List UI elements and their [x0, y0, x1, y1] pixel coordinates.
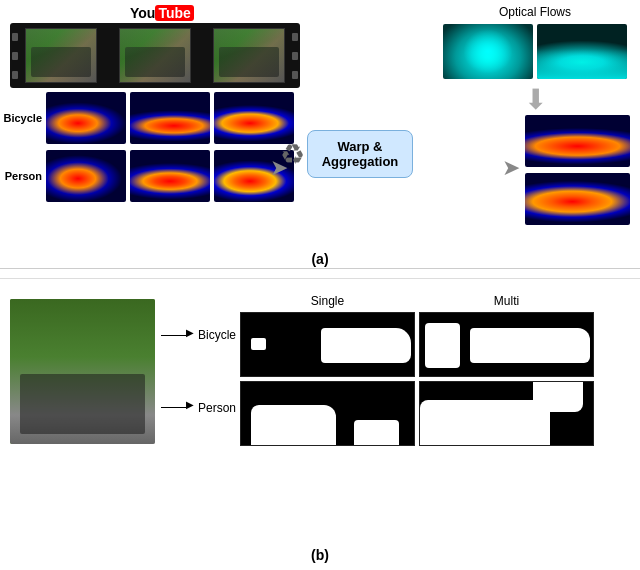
youtube-you: You: [130, 5, 155, 21]
main-container: YouTube Bicycle: [0, 0, 640, 570]
category-arrows: [158, 299, 188, 444]
bicycle-single-mask: [240, 312, 415, 377]
bicycle-label: Bicycle: [0, 112, 42, 124]
person-multi-mask: [419, 381, 594, 446]
bicycle-arrow-icon: [161, 335, 186, 336]
film-frame-3: [213, 28, 285, 83]
bicycle-heatmap-row: Bicycle: [0, 92, 310, 144]
section-a-label: (a): [311, 251, 328, 267]
optical-flows-title: Optical Flows: [435, 5, 635, 19]
film-frame-2: [119, 28, 191, 83]
mask-grid: Single Multi: [240, 294, 635, 446]
film-hole: [292, 71, 298, 79]
optical-flow-1: [443, 24, 533, 79]
person-single-mask: [240, 381, 415, 446]
optical-flow-2: [537, 24, 627, 79]
youtube-logo: YouTube: [130, 5, 194, 21]
heatmap-person-1: [46, 150, 126, 202]
person-arrow-icon: [161, 407, 186, 408]
film-hole: [292, 52, 298, 60]
film-holes-left: [12, 23, 18, 88]
mask-col-headers: Single Multi: [240, 294, 635, 308]
b-bicycle-label: Bicycle: [186, 328, 236, 342]
section-b-inner: Bicycle Person Single Multi: [0, 279, 640, 568]
arrow-down-icon: ⬇: [435, 83, 635, 116]
film-hole: [12, 33, 18, 41]
b-person-label: Person: [186, 401, 236, 415]
optical-flows-images: [435, 24, 635, 79]
heatmap-bicycle-2: [130, 92, 210, 144]
output-heatmaps: [525, 115, 635, 231]
cyclists-1: [31, 47, 91, 77]
film-hole: [12, 52, 18, 60]
arrow-from-warp-icon: ➤: [502, 155, 520, 181]
output-heatmap-person: [525, 173, 630, 225]
person-mask-row: [240, 381, 635, 446]
optical-flows-section: Optical Flows ⬇: [435, 5, 635, 116]
category-labels: Bicycle Person: [186, 299, 236, 444]
section-b: Bicycle Person Single Multi: [0, 278, 640, 568]
person-heatmap-row: Person: [0, 150, 310, 202]
main-cycling-photo: [10, 299, 155, 444]
cyclists-2: [125, 47, 185, 77]
recycle-icon: ♻: [280, 138, 305, 171]
youtube-tube: Tube: [155, 5, 193, 21]
heatmap-bicycle-3: [214, 92, 294, 144]
film-holes-right: [292, 23, 298, 88]
bicycle-mask-row: [240, 312, 635, 377]
section-a: YouTube Bicycle: [0, 0, 640, 270]
multi-col-label: Multi: [419, 294, 594, 308]
warp-aggregation-box: Warp & Aggregation: [307, 130, 414, 178]
youtube-strip: YouTube: [10, 5, 300, 85]
film-frame-1: [25, 28, 97, 83]
main-photo-inner: [10, 299, 155, 444]
cyclists-3: [219, 47, 279, 77]
heatmap-person-2: [130, 150, 210, 202]
output-heatmap-bicycle: [525, 115, 630, 167]
warp-label-line1: Warp &: [337, 139, 382, 154]
section-b-label: (b): [311, 547, 329, 563]
warp-box-container: ♻ Warp & Aggregation: [295, 130, 425, 178]
bicycle-multi-mask: [419, 312, 594, 377]
film-hole: [12, 71, 18, 79]
person-label: Person: [0, 170, 42, 182]
film-hole: [292, 33, 298, 41]
single-col-label: Single: [240, 294, 415, 308]
warp-label-line2: Aggregation: [322, 154, 399, 169]
section-divider: [0, 268, 640, 269]
heatmap-bicycle-1: [46, 92, 126, 144]
heatmap-section: Bicycle Person: [0, 92, 310, 208]
film-strip: [10, 23, 300, 88]
